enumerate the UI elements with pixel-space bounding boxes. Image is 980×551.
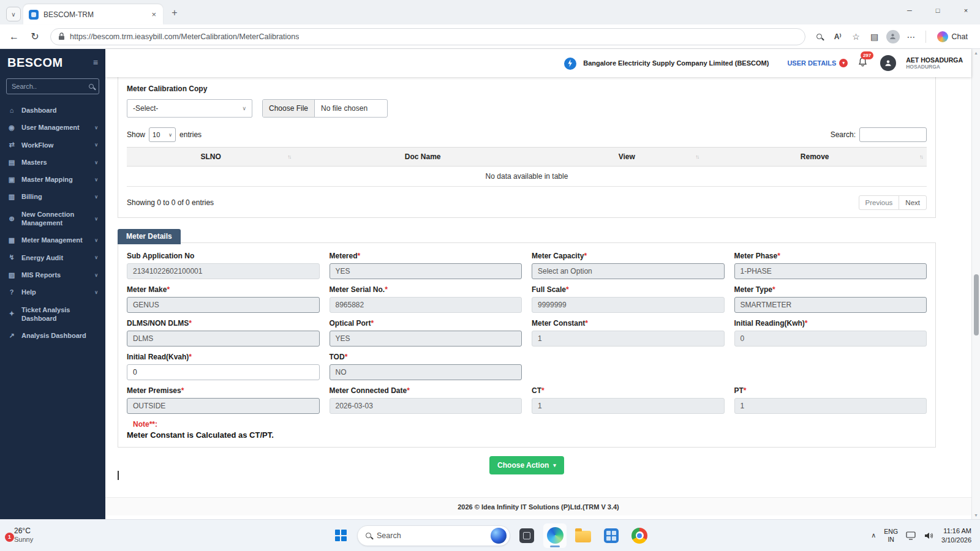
collections-icon[interactable]: ▤ xyxy=(867,29,883,45)
sidebar-item-master-mapping[interactable]: ▣ Master Mapping ∨ xyxy=(0,171,105,188)
sidebar-search-input[interactable] xyxy=(12,83,85,90)
sidebar-search[interactable] xyxy=(6,78,99,94)
initial-read-kvah-input[interactable]: 0 xyxy=(127,364,320,380)
meter-premises-select[interactable]: OUTSIDE xyxy=(127,398,320,414)
file-input[interactable]: Choose File No file chosen xyxy=(262,99,388,118)
network-icon[interactable] xyxy=(906,531,916,540)
sidebar-item-user-management[interactable]: ◉ User Management ∨ xyxy=(0,119,105,136)
task-view-button[interactable] xyxy=(515,523,538,548)
required-mark: * xyxy=(584,252,587,260)
meter-connected-date-input[interactable]: 2026-03-03 xyxy=(330,398,522,414)
read-aloud-icon[interactable]: A⁾ xyxy=(830,29,846,45)
language-indicator[interactable]: ENG IN xyxy=(884,528,898,542)
user-details-dropdown[interactable]: USER DETAILS ▾ xyxy=(787,59,848,67)
col-view[interactable]: View↑↓ xyxy=(551,148,703,167)
app-footer: 2026 © Idea Infinity IT Solutions (P)Ltd… xyxy=(105,497,971,515)
new-tab-button[interactable]: + xyxy=(167,5,183,21)
close-button[interactable]: × xyxy=(952,0,980,21)
profile-avatar[interactable] xyxy=(885,29,901,45)
calculator-button[interactable] xyxy=(600,523,623,548)
volume-icon[interactable] xyxy=(924,531,933,540)
optical-port-select[interactable]: YES xyxy=(330,331,522,347)
sidebar-item-billing[interactable]: ▥ Billing ∨ xyxy=(0,188,105,205)
weather-widget[interactable]: 1 26°C Sunny xyxy=(9,527,33,544)
connection-icon: ⊕ xyxy=(7,215,16,223)
tab-close-icon[interactable]: × xyxy=(150,10,157,19)
file-explorer-button[interactable] xyxy=(571,523,595,548)
hamburger-icon[interactable]: ≡ xyxy=(93,58,98,67)
favorite-star-icon[interactable]: ☆ xyxy=(848,29,864,45)
entries-label: entries xyxy=(179,130,202,139)
clock[interactable]: 11:16 AM 3/10/2026 xyxy=(941,527,971,544)
back-button[interactable]: ← xyxy=(5,28,23,46)
table-search-input[interactable] xyxy=(859,127,927,142)
start-button[interactable] xyxy=(329,523,352,548)
tray-chevron-icon[interactable]: ∧ xyxy=(871,531,876,539)
field-dlms: DLMS/NON DLMS* DLMS xyxy=(127,319,320,347)
sidebar-item-workflow[interactable]: ⇄ WorkFlow ∨ xyxy=(0,137,105,154)
sidebar-item-new-connection-management[interactable]: ⊕ New Connection Management ∨ xyxy=(0,206,105,232)
meter-serial-no-input[interactable]: 8965882 xyxy=(330,297,522,313)
scroll-up-icon[interactable]: ▲ xyxy=(974,51,978,55)
address-bar[interactable]: https://bescom.trm.ieasybill.com/MeterCa… xyxy=(50,28,805,45)
col-doc-name[interactable]: Doc Name xyxy=(295,148,551,167)
refresh-button[interactable]: ↻ xyxy=(26,28,44,46)
chevron-down-icon: ∨ xyxy=(94,160,98,165)
metered-select[interactable]: YES xyxy=(330,263,522,279)
meter-phase-select[interactable]: 1-PHASE xyxy=(734,263,927,279)
meter-type-select[interactable]: SMARTMETER xyxy=(734,297,927,313)
page-size-select[interactable]: 10 ∨ xyxy=(149,127,176,142)
maximize-button[interactable]: □ xyxy=(924,0,952,21)
date: 3/10/2026 xyxy=(941,536,971,544)
meter-capacity-select[interactable]: Select an Option xyxy=(532,263,725,279)
sidebar-item-dashboard[interactable]: ⌂ Dashboard xyxy=(0,102,105,119)
brand-logo: BESCOM xyxy=(7,56,63,70)
meter-constant-input[interactable]: 1 xyxy=(532,331,725,347)
required-mark: * xyxy=(189,319,192,328)
chat-button[interactable]: Chat xyxy=(932,29,975,45)
sub-application-no-input[interactable]: 21341022602100001 xyxy=(127,263,320,279)
page-scrollbar[interactable]: ▲ ▼ xyxy=(971,49,980,519)
minimize-button[interactable]: ─ xyxy=(895,0,924,21)
scroll-down-icon[interactable]: ▼ xyxy=(974,513,978,517)
meter-make-select[interactable]: GENUS xyxy=(127,297,320,313)
scrollbar-thumb[interactable] xyxy=(974,274,979,335)
sidebar-item-meter-management[interactable]: ▦ Meter Management ∨ xyxy=(0,231,105,249)
choose-action-button[interactable]: Choose Action ▾ xyxy=(489,456,564,474)
ct-input[interactable]: 1 xyxy=(532,398,725,414)
main: Bangalore Electricity Supply Company Lim… xyxy=(105,49,971,519)
tod-select[interactable]: NO xyxy=(330,364,522,380)
sidebar-item-ticket-analysis-dashboard[interactable]: ✦ Ticket Analysis Dashboard xyxy=(0,301,105,328)
tab-search-button[interactable]: ∨ xyxy=(6,7,21,21)
chrome-button[interactable] xyxy=(628,523,651,548)
previous-button[interactable]: Previous xyxy=(859,195,900,210)
meter-details-tab[interactable]: Meter Details xyxy=(118,229,181,244)
full-scale-input[interactable]: 9999999 xyxy=(532,297,725,313)
sidebar-item-mis-reports[interactable]: ▨ MIS Reports ∨ xyxy=(0,266,105,283)
chevron-down-icon: ∨ xyxy=(94,290,98,295)
sidebar-item-energy-audit[interactable]: ↯ Energy Audit ∨ xyxy=(0,249,105,266)
edge-taskbar-button[interactable] xyxy=(543,523,567,548)
temperature: 26°C xyxy=(14,527,33,536)
sidebar-item-masters[interactable]: ▤ Masters ∨ xyxy=(0,154,105,171)
user-name-block[interactable]: AET HOSADURGA HOSADURGA xyxy=(906,56,963,70)
next-button[interactable]: Next xyxy=(899,195,927,210)
initial-reading-kwh-input[interactable]: 0 xyxy=(734,331,927,347)
dlms-select[interactable]: DLMS xyxy=(127,331,320,347)
zoom-icon[interactable] xyxy=(812,29,827,45)
sidebar-item-analysis-dashboard[interactable]: ↗ Analysis Dashboard xyxy=(0,327,105,344)
calibration-copy-card: Meter Calibration Copy -Select- ∨ Choose… xyxy=(118,77,936,218)
notifications-button[interactable]: 297 xyxy=(858,57,868,70)
choose-file-button[interactable]: Choose File xyxy=(263,100,315,117)
col-slno[interactable]: SLNO↑↓ xyxy=(127,148,295,167)
field-ct: CT* 1 xyxy=(532,386,725,414)
browser-tab[interactable]: BESCOM-TRM × xyxy=(23,4,163,24)
taskbar-search[interactable]: Search xyxy=(357,525,510,546)
calibration-copy-select[interactable]: -Select- ∨ xyxy=(127,99,252,118)
settings-menu-icon[interactable]: ⋯ xyxy=(903,29,919,45)
sort-icon: ↑↓ xyxy=(695,154,698,160)
user-avatar[interactable] xyxy=(880,55,896,71)
pt-input[interactable]: 1 xyxy=(734,398,927,414)
col-remove[interactable]: Remove↑↓ xyxy=(703,148,927,167)
sidebar-item-help[interactable]: ? Help ∨ xyxy=(0,283,105,301)
